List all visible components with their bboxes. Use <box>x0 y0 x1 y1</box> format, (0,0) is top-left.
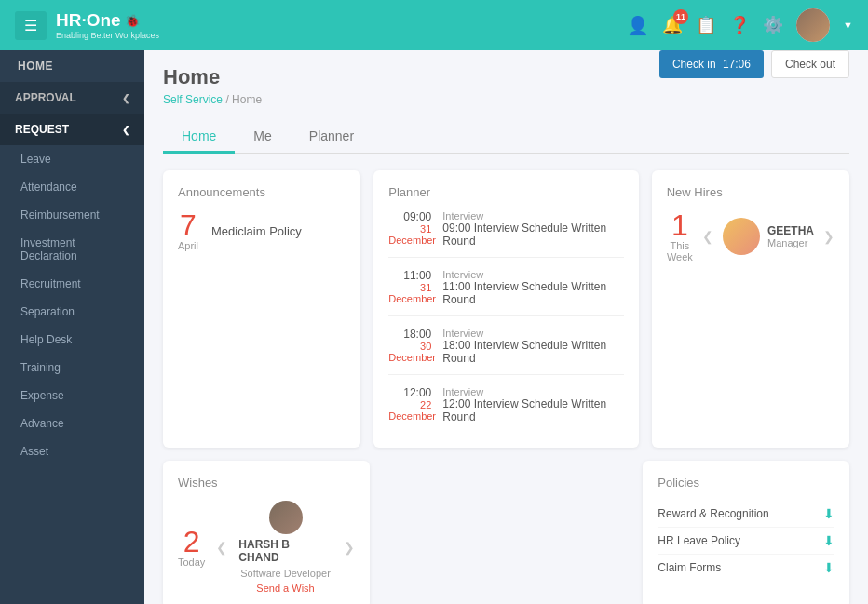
wishes-number: 2 <box>178 527 205 557</box>
sidebar-request-label: REQUEST <box>15 123 69 136</box>
tab-me[interactable]: Me <box>235 121 290 154</box>
planner-desc-2: 11:00 Interview Schedule Written Round <box>442 280 623 306</box>
sidebar-item-approval[interactable]: APPROVAL ❮ <box>0 82 144 114</box>
policy-name-2: HR Leave Policy <box>658 534 740 547</box>
policy-download-icon-3[interactable]: ⬇ <box>823 560 834 575</box>
main-area: HOME APPROVAL ❮ REQUEST ❮ Leave Attendan… <box>0 50 868 604</box>
planner-date-3: 30December <box>388 341 431 363</box>
wishes-prev-arrow[interactable]: ❮ <box>216 540 227 555</box>
wishes-row: 2 Today ❮ HARSH B CHAND Software Develop… <box>178 501 355 594</box>
sidebar-item-leave[interactable]: Leave <box>0 145 144 173</box>
planner-date-1: 31December <box>388 223 431 246</box>
new-hires-number: 1 <box>667 210 693 240</box>
announcement-row: 7 April Mediclaim Policy <box>178 210 346 251</box>
sidebar-item-advance[interactable]: Advance <box>0 409 144 437</box>
policy-item-3: Claim Forms ⬇ <box>658 555 834 581</box>
top-bar-right: 👤 🔔 11 📋 ❓ ⚙️ ▼ <box>627 8 853 42</box>
policy-name-3: Claim Forms <box>658 561 721 574</box>
planner-card: Planner 09:00 31December Interview 09:00… <box>373 170 638 448</box>
new-hires-row: 1 This Week ❮ GEETHA Manager <box>667 210 834 262</box>
planner-type-2: Interview <box>442 269 623 280</box>
new-hire-name: GEETHA <box>767 224 814 237</box>
sidebar-item-home[interactable]: HOME <box>0 50 144 82</box>
new-hire-avatar <box>723 218 760 255</box>
content-inner: Home Check in 17:06 Check out Self Servi… <box>144 50 868 604</box>
policies-title: Policies <box>658 476 834 490</box>
planner-item-3: 18:00 30December Interview 18:00 Intervi… <box>388 328 623 375</box>
avatar[interactable] <box>796 8 830 42</box>
sidebar-item-training[interactable]: Training <box>0 354 144 382</box>
content-area: Home Check in 17:06 Check out Self Servi… <box>144 50 868 604</box>
sidebar-item-investment[interactable]: Investment Declaration <box>0 229 144 270</box>
sidebar-item-separation[interactable]: Separation <box>0 298 144 326</box>
sidebar-item-attendance[interactable]: Attendance <box>0 173 144 201</box>
planner-item-1: 09:00 31December Interview 09:00 Intervi… <box>388 210 623 258</box>
sidebar-item-request[interactable]: REQUEST ❮ <box>0 114 144 145</box>
wishes-next-arrow[interactable]: ❯ <box>344 540 355 555</box>
sidebar-item-helpdesk[interactable]: Help Desk <box>0 326 144 354</box>
avatar-dropdown-icon[interactable]: ▼ <box>843 20 853 31</box>
hamburger-button[interactable]: ☰ <box>15 11 47 40</box>
policy-download-icon-1[interactable]: ⬇ <box>823 506 834 521</box>
planner-time-4: 12:00 22December <box>388 386 431 423</box>
planner-time-1: 09:00 31December <box>388 210 431 248</box>
new-hires-title: New Hires <box>667 185 834 199</box>
announcement-date: 7 April <box>178 210 198 251</box>
planner-hour-4: 12:00 <box>388 386 431 399</box>
tab-planner[interactable]: Planner <box>291 121 373 154</box>
planner-type-1: Interview <box>442 210 623 221</box>
wish-avatar <box>269 501 303 534</box>
logo-area: HR·One 🐞 Enabling Better Workplaces <box>56 10 159 40</box>
send-wish-link[interactable]: Send a Wish <box>256 583 314 594</box>
new-hire-role: Manager <box>767 237 814 248</box>
page-actions: Check in 17:06 Check out <box>659 50 849 78</box>
policy-download-icon-2[interactable]: ⬇ <box>823 533 834 548</box>
announcement-day: 7 <box>178 210 198 240</box>
new-hires-label: This Week <box>667 240 693 262</box>
wishes-count-block: 2 Today <box>178 527 205 568</box>
people-icon[interactable]: 👤 <box>627 15 649 36</box>
sidebar-item-asset[interactable]: Asset <box>0 437 144 465</box>
sidebar: HOME APPROVAL ❮ REQUEST ❮ Leave Attendan… <box>0 50 144 604</box>
settings-icon[interactable]: ⚙️ <box>763 15 783 35</box>
checkout-button[interactable]: Check out <box>771 50 849 78</box>
notification-badge: 11 <box>673 9 688 24</box>
top-bar-left: ☰ HR·One 🐞 Enabling Better Workplaces <box>15 10 159 40</box>
new-hires-card: New Hires 1 This Week ❮ GEETHA <box>652 170 849 448</box>
cards-row-1: Announcements 7 April Mediclaim Policy P… <box>163 170 849 448</box>
announcement-month: April <box>178 240 198 251</box>
checkout-label: Check out <box>785 58 835 71</box>
breadcrumb-parent[interactable]: Self Service <box>163 93 223 106</box>
sidebar-item-expense[interactable]: Expense <box>0 382 144 409</box>
notification-icon[interactable]: 🔔 11 <box>662 15 683 35</box>
planner-item-2: 11:00 31December Interview 11:00 Intervi… <box>388 269 623 316</box>
tabs-bar: Home Me Planner <box>163 121 849 154</box>
planner-details-2: Interview 11:00 Interview Schedule Writt… <box>442 269 623 306</box>
policies-card: Policies Reward & Recognition ⬇ HR Leave… <box>643 461 849 604</box>
tab-home[interactable]: Home <box>163 121 235 154</box>
hamburger-icon: ☰ <box>24 18 37 34</box>
announcements-title: Announcements <box>178 185 346 199</box>
wish-name: HARSH B CHAND <box>238 538 332 564</box>
new-hire-info: GEETHA Manager <box>767 224 814 248</box>
middle-spacer <box>383 461 631 604</box>
wishes-title: Wishes <box>178 476 355 490</box>
planner-hour-2: 11:00 <box>388 269 431 282</box>
sidebar-item-reimbursement[interactable]: Reimbursement <box>0 201 144 229</box>
planner-details-4: Interview 12:00 Interview Schedule Writt… <box>442 386 623 423</box>
new-hire-person: GEETHA Manager <box>723 218 814 255</box>
app-wrapper: ☰ HR·One 🐞 Enabling Better Workplaces 👤 … <box>0 0 868 604</box>
top-bar: ☰ HR·One 🐞 Enabling Better Workplaces 👤 … <box>0 0 868 50</box>
new-hires-prev-arrow[interactable]: ❮ <box>702 229 713 244</box>
planner-details-1: Interview 09:00 Interview Schedule Writt… <box>442 210 623 248</box>
checkin-button[interactable]: Check in 17:06 <box>659 50 764 78</box>
sidebar-item-recruitment[interactable]: Recruitment <box>0 270 144 298</box>
document-icon[interactable]: 📋 <box>696 15 716 35</box>
policy-item-1: Reward & Recognition ⬇ <box>658 501 834 528</box>
new-hires-next-arrow[interactable]: ❯ <box>823 229 834 244</box>
policy-name-1: Reward & Recognition <box>658 507 768 520</box>
help-icon[interactable]: ❓ <box>729 15 750 35</box>
logo-text: HR·One 🐞 <box>56 10 140 31</box>
planner-desc-4: 12:00 Interview Schedule Written Round <box>442 397 623 423</box>
planner-type-3: Interview <box>442 328 623 339</box>
